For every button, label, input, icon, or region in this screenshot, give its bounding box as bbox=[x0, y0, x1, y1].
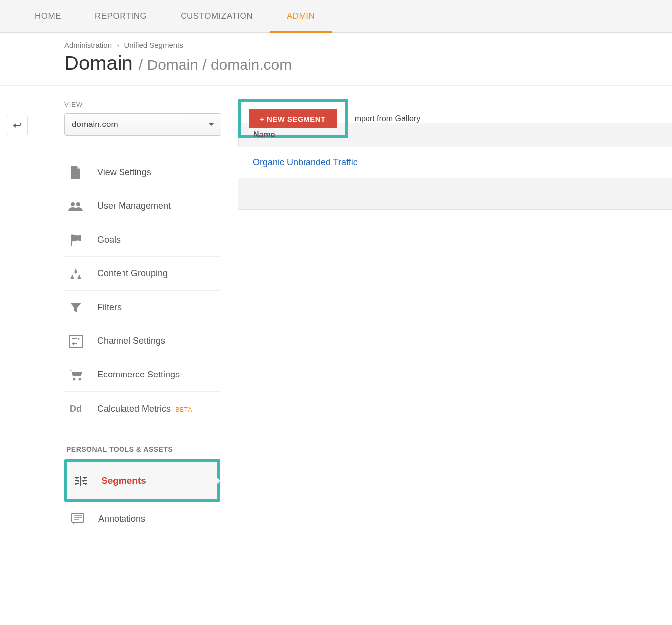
svg-point-1 bbox=[76, 202, 80, 206]
sidebar-item-view-settings[interactable]: View Settings bbox=[64, 156, 220, 189]
breadcrumb-item[interactable]: Administration bbox=[64, 41, 112, 49]
breadcrumb: Administration › Unified Segments bbox=[64, 41, 672, 49]
svg-point-6 bbox=[77, 480, 79, 482]
new-segment-button[interactable]: + NEW SEGMENT bbox=[249, 109, 337, 128]
dd-icon: Dd bbox=[68, 401, 83, 416]
sidebar: VIEW domain.com View Settings User Manag… bbox=[35, 86, 228, 556]
segment-link[interactable]: Organic Unbranded Traffic bbox=[253, 157, 358, 168]
back-button[interactable]: ↩ bbox=[7, 116, 28, 135]
breadcrumb-item[interactable]: Unified Segments bbox=[124, 41, 183, 49]
breadcrumb-separator: › bbox=[117, 41, 119, 49]
page-title: Domain / Domain / domain.com bbox=[64, 52, 672, 74]
import-from-gallery-link[interactable]: mport from Gallery bbox=[346, 109, 429, 128]
sidebar-item-filters[interactable]: Filters bbox=[64, 291, 220, 324]
svg-point-5 bbox=[76, 477, 78, 479]
sidebar-item-label: Channel Settings bbox=[97, 336, 165, 346]
svg-point-8 bbox=[84, 477, 86, 479]
sidebar-item-segments[interactable]: Segments bbox=[67, 462, 217, 499]
sidebar-section-label: PERSONAL TOOLS & ASSETS bbox=[66, 445, 220, 453]
top-navigation: HOME REPORTING CUSTOMIZATION ADMIN bbox=[0, 0, 672, 33]
sidebar-item-label: Filters bbox=[97, 302, 122, 312]
sidebar-item-label: View Settings bbox=[97, 167, 151, 178]
view-label: VIEW bbox=[64, 101, 220, 108]
sidebar-item-label: Ecommerce Settings bbox=[97, 370, 180, 380]
svg-point-9 bbox=[82, 480, 84, 482]
page-title-path: / Domain / domain.com bbox=[139, 57, 292, 73]
svg-point-4 bbox=[79, 378, 81, 380]
sidebar-item-channel-settings[interactable]: Channel Settings bbox=[64, 324, 220, 358]
users-icon bbox=[68, 199, 83, 214]
svg-point-10 bbox=[85, 483, 87, 485]
svg-point-7 bbox=[75, 483, 77, 485]
svg-point-0 bbox=[71, 202, 75, 206]
tab-home[interactable]: HOME bbox=[18, 0, 78, 33]
sidebar-item-label: Goals bbox=[97, 235, 121, 245]
tab-reporting[interactable]: REPORTING bbox=[78, 0, 164, 33]
beta-badge: BETA bbox=[175, 406, 192, 413]
highlight-segments: Segments bbox=[64, 459, 220, 502]
back-arrow-icon: ↩ bbox=[13, 119, 22, 132]
sidebar-item-label: Annotations bbox=[98, 514, 145, 524]
column-header-name[interactable]: Name bbox=[253, 130, 275, 139]
page-title-main: Domain bbox=[64, 52, 133, 74]
channel-icon bbox=[68, 334, 83, 349]
view-dropdown[interactable]: domain.com bbox=[64, 113, 221, 136]
sidebar-item-goals[interactable]: Goals bbox=[64, 223, 220, 257]
view-dropdown-value: domain.com bbox=[72, 120, 118, 129]
main-content: + NEW SEGMENT mport from Gallery Name Or… bbox=[228, 86, 672, 556]
cart-icon bbox=[68, 368, 83, 382]
svg-rect-2 bbox=[69, 335, 82, 347]
grouping-icon bbox=[68, 266, 83, 281]
segments-icon bbox=[74, 475, 87, 486]
tab-customization[interactable]: CUSTOMIZATION bbox=[164, 0, 270, 33]
table-row: Organic Unbranded Traffic bbox=[238, 147, 672, 178]
file-icon bbox=[68, 165, 83, 180]
sidebar-item-annotations[interactable]: Annotations bbox=[64, 502, 220, 536]
sidebar-item-label: Content Grouping bbox=[97, 268, 168, 279]
sidebar-item-label: Segments bbox=[101, 475, 146, 486]
svg-point-3 bbox=[73, 378, 76, 380]
tab-admin[interactable]: ADMIN bbox=[270, 0, 332, 33]
flag-icon bbox=[68, 233, 83, 248]
sidebar-item-user-management[interactable]: User Management bbox=[64, 189, 220, 223]
sidebar-item-label: User Management bbox=[97, 201, 171, 211]
sidebar-item-ecommerce-settings[interactable]: Ecommerce Settings bbox=[64, 358, 220, 392]
funnel-icon bbox=[68, 300, 83, 315]
sidebar-item-calculated-metrics[interactable]: Dd Calculated Metrics BETA bbox=[64, 392, 220, 426]
table-footer bbox=[238, 178, 672, 210]
annotation-icon bbox=[71, 513, 84, 525]
sidebar-item-content-grouping[interactable]: Content Grouping bbox=[64, 257, 220, 291]
chevron-down-icon bbox=[209, 123, 214, 126]
sidebar-item-label: Calculated Metrics BETA bbox=[97, 404, 192, 414]
page-header: Administration › Unified Segments Domain… bbox=[0, 33, 672, 86]
